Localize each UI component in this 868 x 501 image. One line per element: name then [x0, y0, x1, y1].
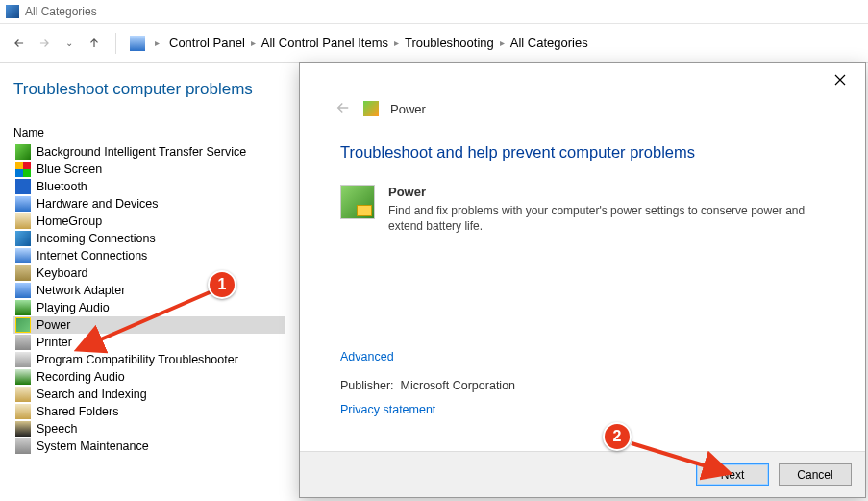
list-item-label: Playing Audio: [37, 301, 110, 314]
crumb-caret-icon[interactable]: ▸: [251, 38, 256, 48]
power-large-icon: [340, 185, 375, 219]
cancel-button[interactable]: Cancel: [779, 463, 852, 486]
list-item[interactable]: Keyboard: [13, 264, 285, 282]
list-item[interactable]: System Maintenance: [13, 438, 285, 455]
list-item[interactable]: Speech: [13, 420, 285, 438]
crumb-all-categories[interactable]: All Categories: [510, 36, 588, 50]
list-item[interactable]: Hardware and Devices: [13, 195, 285, 213]
list-item-label: Program Compatibility Troubleshooter: [37, 353, 238, 366]
crumb-troubleshooting[interactable]: Troubleshooting: [405, 36, 494, 50]
publisher-label: Publisher:: [340, 379, 394, 392]
keyboard-icon: [15, 265, 31, 281]
netadapter-icon: [15, 283, 31, 298]
dialog-footer: Next Cancel: [300, 451, 865, 497]
list-item-label: Incoming Connections: [37, 232, 156, 245]
list-item-label: Background Intelligent Transfer Service: [37, 145, 246, 159]
list-item[interactable]: Program Compatibility Troubleshooter: [13, 351, 285, 368]
hardware-icon: [15, 196, 31, 212]
page-title: Troubleshoot computer problems: [13, 80, 285, 99]
list-item[interactable]: Incoming Connections: [13, 230, 285, 247]
left-panel: Troubleshoot computer problems Name Back…: [0, 63, 298, 501]
list-item-label: Keyboard: [37, 266, 88, 280]
list-item-label: Network Adapter: [37, 284, 125, 297]
bluescreen-icon: [15, 162, 31, 177]
breadcrumb: Control Panel ▸ All Control Panel Items …: [169, 36, 588, 50]
search-icon: [15, 387, 31, 402]
list-item[interactable]: Playing Audio: [13, 299, 285, 316]
dialog-body: Troubleshoot and help prevent computer p…: [300, 120, 865, 451]
inet-icon: [15, 248, 31, 263]
list-item[interactable]: HomeGroup: [13, 213, 285, 230]
window-title: All Categories: [25, 5, 97, 18]
publisher-name: Microsoft Corporation: [401, 379, 516, 392]
bluetooth-icon: [15, 179, 31, 194]
list-item[interactable]: Printer: [13, 334, 285, 351]
printer-icon: [15, 335, 31, 350]
troubleshooter-list: Background Intelligent Transfer ServiceB…: [13, 143, 285, 455]
list-item-label: Blue Screen: [37, 163, 102, 176]
shared-icon: [15, 404, 31, 419]
dialog-heading: Troubleshoot and help prevent computer p…: [340, 143, 825, 162]
nav-separator: [115, 33, 116, 54]
list-item-label: HomeGroup: [37, 214, 102, 228]
nav-bar: ⌄ ▸ Control Panel ▸ All Control Panel It…: [0, 24, 868, 63]
rec-icon: [15, 369, 31, 385]
back-button[interactable]: [12, 36, 27, 51]
sysmaint-icon: [15, 438, 31, 454]
crumb-all-items[interactable]: All Control Panel Items: [261, 36, 388, 50]
list-item-label: Hardware and Devices: [37, 197, 158, 211]
forward-button[interactable]: [37, 36, 52, 51]
list-item-label: Recording Audio: [37, 370, 125, 384]
list-item-label: Search and Indexing: [37, 388, 147, 401]
list-item[interactable]: Blue Screen: [13, 161, 285, 178]
dialog-back-button[interactable]: [335, 99, 352, 119]
column-header-name[interactable]: Name: [13, 126, 285, 139]
crumb-caret-icon[interactable]: ▸: [500, 38, 505, 48]
list-item-label: Printer: [37, 336, 72, 349]
location-icon[interactable]: [130, 36, 145, 51]
homegroup-icon: [15, 213, 31, 229]
bits-icon: [15, 144, 31, 160]
app-icon: [6, 5, 19, 18]
recent-dropdown[interactable]: ⌄: [62, 36, 77, 51]
list-item[interactable]: Search and Indexing: [13, 386, 285, 403]
speech-icon: [15, 421, 31, 437]
list-item-label: Power: [37, 318, 70, 332]
window-titlebar: All Categories: [0, 0, 868, 24]
crumb-caret-icon[interactable]: ▸: [155, 38, 160, 48]
list-item-label: Internet Connections: [37, 249, 147, 263]
close-button[interactable]: [825, 66, 856, 93]
up-button[interactable]: [87, 36, 102, 51]
power-icon: [15, 317, 31, 333]
power-icon: [363, 101, 379, 116]
privacy-link[interactable]: Privacy statement: [340, 403, 435, 416]
list-item-label: System Maintenance: [37, 439, 149, 453]
power-troubleshooter-dialog: Power Troubleshoot and help prevent comp…: [299, 62, 866, 498]
audio-icon: [15, 300, 31, 315]
list-item[interactable]: Background Intelligent Transfer Service: [13, 143, 285, 161]
list-item-label: Speech: [37, 422, 77, 436]
list-item[interactable]: Bluetooth: [13, 178, 285, 195]
dialog-header: Power: [300, 97, 865, 120]
compat-icon: [15, 352, 31, 367]
dialog-title: Power: [390, 102, 426, 116]
publisher-row: Publisher: Microsoft Corporation: [340, 379, 825, 392]
list-item-label: Shared Folders: [37, 405, 118, 418]
annotation-badge-1: 1: [208, 270, 236, 299]
crumb-caret-icon[interactable]: ▸: [394, 38, 399, 48]
troubleshooter-description: Find and fix problems with your computer…: [388, 203, 825, 234]
list-item[interactable]: Network Adapter: [13, 282, 285, 299]
advanced-link[interactable]: Advanced: [340, 350, 394, 363]
dialog-titlebar: [300, 63, 865, 97]
crumb-control-panel[interactable]: Control Panel: [169, 36, 245, 50]
list-item[interactable]: Internet Connections: [13, 247, 285, 264]
list-item[interactable]: Shared Folders: [13, 403, 285, 420]
incoming-icon: [15, 231, 31, 246]
list-item[interactable]: Power: [13, 316, 285, 334]
troubleshooter-name: Power: [388, 185, 426, 199]
list-item-label: Bluetooth: [37, 180, 87, 193]
list-item[interactable]: Recording Audio: [13, 368, 285, 386]
next-button[interactable]: Next: [696, 463, 769, 486]
troubleshooter-info: Power Find and fix problems with your co…: [340, 185, 825, 234]
annotation-badge-2: 2: [603, 422, 632, 451]
